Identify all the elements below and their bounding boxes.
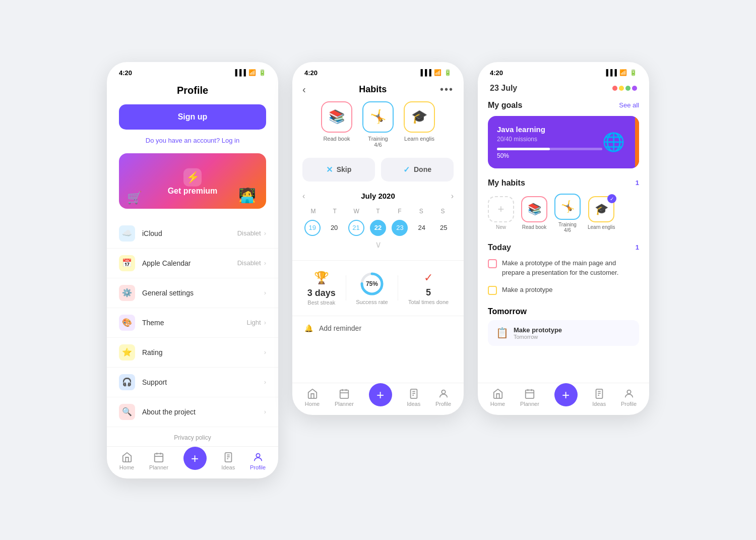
- task-checkbox-2[interactable]: [488, 286, 497, 295]
- screens-container: 4:20 ▐▐▐ 📶 🔋 Profile Sign up Do you have…: [107, 62, 649, 478]
- menu-support[interactable]: 🎧 Support ›: [107, 368, 278, 397]
- nav-planner-1[interactable]: Planner: [149, 452, 168, 470]
- nav-planner-label-2: Planner: [335, 401, 354, 407]
- skip-icon: ✕: [326, 165, 333, 174]
- nav-home-3[interactable]: Home: [490, 388, 505, 407]
- dot-red: [612, 86, 617, 91]
- more-options[interactable]: •••: [440, 84, 454, 95]
- signup-button[interactable]: Sign up: [119, 104, 266, 130]
- nav-add-1[interactable]: +: [183, 452, 207, 470]
- battery-icon: 🔋: [259, 69, 266, 76]
- done-button[interactable]: ✓ Done: [381, 158, 454, 182]
- habit-mini-training[interactable]: 🤸 Training4/6: [554, 194, 581, 233]
- cal-day-22[interactable]: 22: [370, 220, 386, 236]
- nav-add-3[interactable]: +: [554, 388, 578, 406]
- habit-mini-read[interactable]: 📚 Read book: [521, 196, 547, 230]
- nav-planner-label-1: Planner: [149, 464, 168, 470]
- svg-point-19: [442, 390, 445, 393]
- habits-section-header: My habits 1: [478, 178, 649, 194]
- signal-icon-3: ▐▐▐: [604, 69, 617, 76]
- stat-streak: 🏆 3 days Best streak: [307, 271, 336, 306]
- today-section: Make a prototype of the main page and pr…: [478, 258, 649, 302]
- habit-check-badge: ✓: [607, 194, 616, 203]
- add-reminder[interactable]: 🔔 Add reminder: [292, 316, 464, 340]
- see-all-link[interactable]: See all: [619, 101, 639, 109]
- svg-rect-20: [526, 390, 534, 398]
- color-dots: [612, 86, 637, 91]
- nav-home-2[interactable]: Home: [305, 388, 320, 407]
- support-label: Support: [142, 378, 264, 386]
- cal-next[interactable]: ›: [451, 192, 454, 201]
- menu-rating[interactable]: ⭐ Rating ›: [107, 338, 278, 368]
- general-settings-chevron: ›: [264, 289, 266, 296]
- goal-progress-bar: [497, 148, 602, 150]
- nav-ideas-1[interactable]: Ideas: [221, 452, 235, 470]
- menu-about[interactable]: 🔍 About the project ›: [107, 397, 278, 427]
- habit-mini-read-icon: 📚: [521, 196, 547, 222]
- nav-add-button-3[interactable]: +: [554, 383, 578, 406]
- new-habit-button[interactable]: + New: [488, 196, 514, 230]
- stat-success: 75% Success rate: [356, 271, 388, 305]
- cal-day-25[interactable]: 25: [435, 220, 452, 236]
- streak-label: Best streak: [307, 299, 336, 306]
- cal-day-19[interactable]: 19: [304, 220, 321, 236]
- nav-profile-3[interactable]: Profile: [621, 388, 637, 407]
- premium-banner[interactable]: ⚡ Get premium 🧑‍💻 🛒: [119, 153, 266, 209]
- signal-icon-2: ▐▐▐: [418, 69, 431, 76]
- cal-prev[interactable]: ‹: [302, 192, 305, 201]
- cal-day-23[interactable]: 23: [392, 220, 408, 236]
- nav-add-button-1[interactable]: +: [183, 447, 207, 470]
- habit-read-book[interactable]: 📚 Read book: [321, 101, 352, 148]
- nav-add-button-2[interactable]: +: [369, 383, 392, 406]
- nav-profile-2[interactable]: Profile: [435, 388, 451, 407]
- support-chevron: ›: [264, 378, 266, 386]
- streak-value: 3 days: [307, 288, 336, 298]
- cal-day-20[interactable]: 20: [326, 220, 342, 236]
- task-checkbox-1[interactable]: [488, 259, 497, 268]
- privacy-policy-link[interactable]: Privacy policy: [107, 427, 278, 446]
- menu-apple-calendar[interactable]: 📅 Apple Calendar Disablet ›: [107, 249, 278, 278]
- habit-mini-learn[interactable]: 🎓 ✓ Learn englis: [588, 196, 615, 230]
- calendar-nav: ‹ July 2020 ›: [302, 192, 454, 201]
- nav-planner-3[interactable]: Planner: [520, 388, 539, 407]
- habit-training-icon: 🤸: [362, 101, 394, 133]
- nav-profile-1[interactable]: Profile: [250, 452, 266, 470]
- trophy-icon: 🏆: [307, 271, 336, 285]
- today-badge: 1: [636, 244, 639, 251]
- today-task-2: Make a prototype: [488, 285, 639, 295]
- cal-day-21[interactable]: 21: [348, 220, 364, 236]
- status-icons-2: ▐▐▐ 📶 🔋: [418, 69, 452, 76]
- menu-theme[interactable]: 🎨 Theme Light ›: [107, 308, 278, 338]
- nav-ideas-label-3: Ideas: [592, 401, 606, 407]
- bottom-nav-2: Home Planner + Ideas Profile: [292, 383, 464, 415]
- login-link[interactable]: Log in: [222, 137, 239, 144]
- task-text-1: Make a prototype of the main page and pr…: [502, 258, 639, 278]
- nav-ideas-3[interactable]: Ideas: [592, 388, 606, 407]
- goal-card-accent: [635, 116, 639, 168]
- banner-label: Get premium: [168, 187, 218, 195]
- svg-point-8: [256, 453, 260, 457]
- today-section-header: Today 1: [478, 243, 649, 258]
- nav-planner-label-3: Planner: [520, 401, 539, 407]
- theme-icon: 🎨: [119, 315, 135, 331]
- skip-button[interactable]: ✕ Skip: [302, 158, 375, 182]
- back-button[interactable]: ‹: [302, 84, 306, 95]
- icloud-chevron: ›: [264, 229, 266, 237]
- nav-home-1[interactable]: Home: [119, 452, 134, 470]
- rating-icon: ⭐: [119, 344, 135, 361]
- cal-day-24[interactable]: 24: [414, 220, 430, 236]
- nav-add-2[interactable]: +: [369, 388, 392, 406]
- nav-planner-2[interactable]: Planner: [335, 388, 354, 407]
- stats-row: 🏆 3 days Best streak 75% Success rate ✓ …: [292, 260, 464, 316]
- nav-ideas-2[interactable]: Ideas: [407, 388, 420, 407]
- theme-chevron: ›: [264, 319, 266, 326]
- menu-icloud[interactable]: ☁️ iCloud Disablet ›: [107, 219, 278, 249]
- habit-training[interactable]: 🤸 Training4/6: [362, 101, 394, 148]
- total-value: 5: [408, 287, 449, 298]
- habit-learn-english[interactable]: 🎓 Learn englis: [404, 101, 435, 148]
- cal-expand[interactable]: ∨: [302, 239, 454, 250]
- menu-general-settings[interactable]: ⚙️ General settings ›: [107, 278, 278, 308]
- habits-mini-row: + New 📚 Read book 🤸 Training4/6 🎓 ✓ Lear…: [478, 194, 649, 243]
- time-3: 4:20: [490, 69, 503, 77]
- goal-card[interactable]: Java learning 20/40 missions 50% 🌐: [488, 116, 639, 168]
